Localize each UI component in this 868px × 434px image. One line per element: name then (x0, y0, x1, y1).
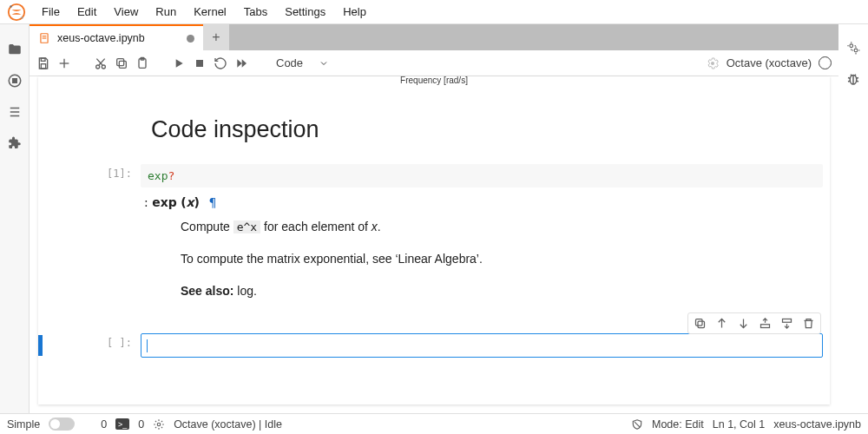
menu-edit[interactable]: Edit (69, 2, 105, 22)
move-down-icon[interactable] (737, 317, 750, 330)
main-area: xeus-octave.ipynb + (30, 24, 838, 413)
chevron-down-icon (319, 58, 329, 69)
svg-rect-20 (117, 58, 124, 65)
jupyter-logo (7, 3, 26, 22)
copy-icon[interactable] (115, 56, 128, 70)
menu-file[interactable]: File (33, 2, 69, 22)
notebook-doc-icon (38, 32, 50, 44)
terminal-count[interactable]: 0 (138, 418, 144, 431)
insert-above-icon[interactable] (759, 317, 772, 330)
run-all-icon[interactable] (234, 56, 248, 70)
simple-mode-label: Simple (7, 418, 40, 431)
svg-point-1 (10, 5, 12, 8)
move-up-icon[interactable] (715, 317, 728, 330)
kernel-selector[interactable]: Octave (xoctave) (727, 56, 832, 69)
cell-prompt: [ ]: (43, 333, 141, 358)
prev-output-axis-label: Frequency [rad/s] (38, 76, 830, 85)
svg-line-38 (857, 78, 858, 79)
extensions-icon[interactable] (7, 135, 23, 151)
svg-line-41 (851, 75, 852, 76)
svg-rect-12 (41, 63, 45, 68)
code-cell: [1]: exp? : exp (x) ¶ (38, 161, 830, 316)
svg-line-40 (857, 81, 858, 82)
status-bar: Simple 0 >_ 0 Octave (xoctave) | Idle Mo… (0, 413, 868, 434)
svg-line-39 (848, 81, 850, 82)
notebook-toolbar: Code Octave (xoctave) (30, 50, 838, 76)
code-input[interactable] (141, 333, 823, 358)
duplicate-icon[interactable] (694, 317, 707, 330)
svg-rect-31 (783, 319, 792, 322)
svg-rect-19 (119, 61, 126, 68)
save-icon[interactable] (36, 56, 50, 70)
cell-type-select[interactable]: Code (271, 56, 334, 69)
svg-line-44 (635, 422, 640, 427)
toc-icon[interactable] (7, 104, 23, 120)
folder-icon[interactable] (7, 42, 23, 57)
svg-rect-4 (12, 79, 16, 83)
svg-point-43 (157, 423, 161, 426)
kernel-count[interactable]: 0 (101, 418, 107, 431)
svg-point-15 (96, 65, 100, 69)
cell-prompt: [1]: (38, 164, 141, 312)
insert-below-icon[interactable] (780, 317, 793, 330)
svg-point-2 (21, 16, 23, 18)
delete-icon[interactable] (802, 317, 815, 330)
lsp-gear-icon[interactable] (153, 418, 165, 431)
notebook-scroll[interactable]: Frequency [rad/s] Code inspection [1]: e… (30, 76, 838, 413)
menu-settings[interactable]: Settings (276, 2, 334, 22)
svg-rect-29 (761, 325, 770, 328)
cell-type-label: Code (276, 56, 303, 69)
new-tab-button[interactable]: + (203, 24, 229, 50)
terminal-icon[interactable]: >_ (115, 418, 129, 430)
svg-point-33 (850, 44, 853, 48)
markdown-heading: Code inspection (151, 116, 830, 143)
stop-icon[interactable] (193, 56, 207, 70)
menu-run[interactable]: Run (147, 2, 185, 22)
restart-icon[interactable] (214, 56, 227, 70)
debugger-bug-icon[interactable] (845, 71, 861, 87)
mode-indicator[interactable]: Mode: Edit (652, 418, 704, 431)
cursor-position[interactable]: Ln 1, Col 1 (713, 418, 765, 431)
tab-title: xeus-octave.ipynb (57, 32, 145, 44)
menu-help[interactable]: Help (334, 2, 375, 22)
menu-kernel[interactable]: Kernel (185, 2, 235, 22)
menu-tabs[interactable]: Tabs (235, 2, 276, 22)
paste-icon[interactable] (135, 56, 149, 70)
trust-shield-icon[interactable] (631, 418, 643, 431)
add-cell-icon[interactable] (57, 56, 71, 70)
svg-rect-26 (696, 319, 703, 326)
svg-point-34 (854, 49, 858, 52)
kernel-status[interactable]: Octave (xoctave) | Idle (174, 418, 282, 431)
simple-mode-toggle[interactable] (49, 418, 75, 431)
kernel-name: Octave (xoctave) (727, 56, 812, 69)
menu-view[interactable]: View (105, 2, 147, 22)
svg-rect-11 (41, 58, 45, 61)
menu-bar: File Edit View Run Kernel Tabs Settings … (0, 0, 868, 24)
active-code-cell[interactable]: [ ]: (38, 333, 823, 358)
tab-bar: xeus-octave.ipynb + (30, 24, 838, 50)
svg-rect-23 (196, 60, 203, 67)
filename-indicator[interactable]: xeus-octave.ipynb (773, 418, 861, 431)
doc-output: : exp (x) ¶ Compute e^x for each element… (141, 187, 823, 300)
kernel-status-icon (819, 56, 832, 69)
svg-line-37 (848, 78, 850, 79)
svg-line-42 (855, 75, 857, 76)
code-input[interactable]: exp? (141, 164, 823, 187)
svg-point-24 (711, 62, 714, 65)
right-sidebar (838, 24, 868, 413)
cell-toolbar (687, 312, 821, 334)
running-icon[interactable] (7, 73, 23, 89)
cut-icon[interactable] (94, 56, 108, 70)
left-sidebar (0, 24, 30, 413)
notebook-tab[interactable]: xeus-octave.ipynb (30, 24, 203, 50)
svg-rect-25 (698, 321, 705, 328)
tab-dirty-dot (187, 35, 194, 43)
svg-point-16 (102, 65, 105, 69)
run-icon[interactable] (172, 56, 186, 70)
inspector-gear-icon[interactable] (845, 40, 861, 56)
kernel-gear-icon[interactable] (706, 56, 720, 70)
pilcrow-icon[interactable]: ¶ (208, 195, 216, 209)
